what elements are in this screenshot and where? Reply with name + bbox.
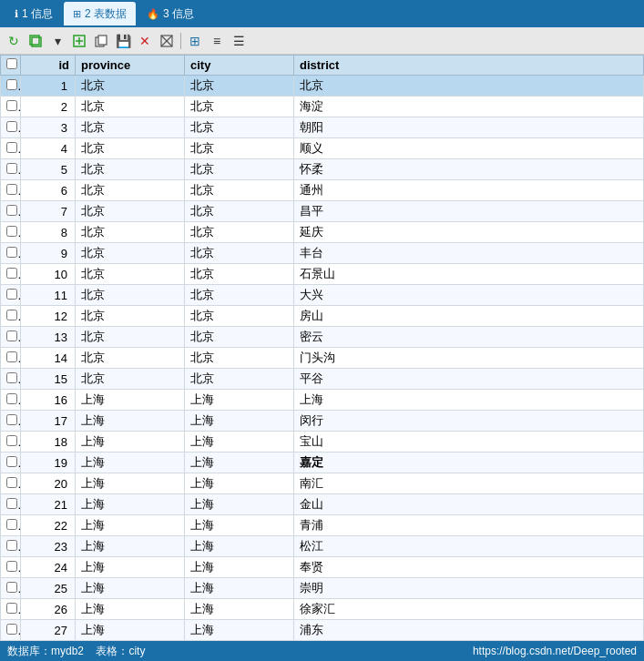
row-checkbox-cell[interactable] xyxy=(1,411,21,432)
row-checkbox-cell[interactable] xyxy=(1,306,21,327)
row-checkbox-cell[interactable] xyxy=(1,97,21,117)
table-row[interactable]: 8北京北京延庆 xyxy=(1,222,644,243)
row-checkbox-cell[interactable] xyxy=(1,243,21,264)
table-row[interactable]: 19上海上海嘉定 xyxy=(1,453,644,473)
tab-info1[interactable]: ℹ 1 信息 xyxy=(5,2,62,25)
row-checkbox-cell[interactable] xyxy=(1,557,21,578)
header-checkbox-col[interactable] xyxy=(1,56,21,76)
table-row[interactable]: 11北京北京大兴 xyxy=(1,285,644,306)
row-checkbox-cell[interactable] xyxy=(1,264,21,285)
table-row[interactable]: 10北京北京石景山 xyxy=(1,264,644,285)
row-checkbox-cell[interactable] xyxy=(1,117,21,138)
row-checkbox-cell[interactable] xyxy=(1,578,21,599)
row-checkbox[interactable] xyxy=(6,498,17,509)
table-row[interactable]: 4北京北京顺义 xyxy=(1,138,644,159)
header-province[interactable]: province xyxy=(76,56,185,76)
row-checkbox[interactable] xyxy=(6,519,17,530)
row-checkbox[interactable] xyxy=(6,393,17,404)
table-row[interactable]: 15北京北京平谷 xyxy=(1,369,644,390)
row-checkbox[interactable] xyxy=(6,372,17,383)
table-row[interactable]: 18上海上海宝山 xyxy=(1,432,644,453)
table-row[interactable]: 13北京北京密云 xyxy=(1,327,644,348)
row-checkbox[interactable] xyxy=(6,310,17,320)
row-checkbox[interactable] xyxy=(6,561,17,572)
table-row[interactable]: 9北京北京丰台 xyxy=(1,243,644,264)
row-checkbox[interactable] xyxy=(6,289,17,300)
save-button[interactable]: 💾 xyxy=(113,31,133,51)
row-checkbox[interactable] xyxy=(6,540,17,551)
table-row[interactable]: 17上海上海闵行 xyxy=(1,411,644,432)
row-checkbox-cell[interactable] xyxy=(1,453,21,473)
row-checkbox-cell[interactable] xyxy=(1,348,21,369)
row-checkbox-cell[interactable] xyxy=(1,473,21,494)
header-district[interactable]: district xyxy=(294,56,644,76)
refresh-button[interactable]: ↻ xyxy=(4,31,24,51)
row-checkbox-cell[interactable] xyxy=(1,327,21,348)
row-checkbox[interactable] xyxy=(6,624,17,635)
table-row[interactable]: 2北京北京海淀 xyxy=(1,97,644,117)
row-checkbox[interactable] xyxy=(6,435,17,446)
row-checkbox-cell[interactable] xyxy=(1,620,21,641)
header-id[interactable]: id xyxy=(21,56,76,76)
table-row[interactable]: 25上海上海崇明 xyxy=(1,578,644,599)
row-checkbox-cell[interactable] xyxy=(1,180,21,201)
row-checkbox-cell[interactable] xyxy=(1,76,21,97)
row-checkbox[interactable] xyxy=(6,142,17,153)
row-checkbox-cell[interactable] xyxy=(1,599,21,620)
header-city[interactable]: city xyxy=(185,56,294,76)
table-row[interactable]: 26上海上海徐家汇 xyxy=(1,599,644,620)
add-row-button[interactable] xyxy=(69,31,89,51)
row-checkbox-cell[interactable] xyxy=(1,494,21,515)
clear-button[interactable] xyxy=(157,31,177,51)
table-container[interactable]: id province city district 1北京北京北京2北京北京海淀… xyxy=(0,55,644,641)
table-row[interactable]: 23上海上海松江 xyxy=(1,536,644,557)
row-checkbox[interactable] xyxy=(6,79,17,90)
table-row[interactable]: 21上海上海金山 xyxy=(1,494,644,515)
row-checkbox-cell[interactable] xyxy=(1,201,21,222)
table-row[interactable]: 24上海上海奉贤 xyxy=(1,557,644,578)
row-checkbox[interactable] xyxy=(6,121,17,132)
tab-info3[interactable]: 🔥 3 信息 xyxy=(138,2,203,25)
export-button[interactable] xyxy=(26,31,46,51)
row-checkbox[interactable] xyxy=(6,100,17,111)
table-row[interactable]: 20上海上海南汇 xyxy=(1,473,644,494)
list-view-button[interactable]: ☰ xyxy=(229,31,249,51)
row-checkbox-cell[interactable] xyxy=(1,536,21,557)
row-checkbox[interactable] xyxy=(6,414,17,425)
dropdown-arrow-button[interactable]: ▾ xyxy=(47,31,67,51)
table-row[interactable]: 16上海上海上海 xyxy=(1,390,644,411)
row-checkbox[interactable] xyxy=(6,184,17,195)
row-checkbox[interactable] xyxy=(6,351,17,362)
row-checkbox[interactable] xyxy=(6,205,17,216)
table-row[interactable]: 14北京北京门头沟 xyxy=(1,348,644,369)
row-checkbox[interactable] xyxy=(6,456,17,467)
table-row[interactable]: 5北京北京怀柔 xyxy=(1,159,644,180)
row-checkbox[interactable] xyxy=(6,330,17,341)
row-checkbox-cell[interactable] xyxy=(1,432,21,453)
row-checkbox[interactable] xyxy=(6,226,17,237)
table-row[interactable]: 3北京北京朝阳 xyxy=(1,117,644,138)
row-checkbox[interactable] xyxy=(6,477,17,488)
row-checkbox[interactable] xyxy=(6,582,17,593)
text-view-button[interactable]: ≡ xyxy=(207,31,227,51)
row-checkbox[interactable] xyxy=(6,247,17,258)
row-checkbox-cell[interactable] xyxy=(1,285,21,306)
table-row[interactable]: 27上海上海浦东 xyxy=(1,620,644,641)
copy-button[interactable] xyxy=(91,31,111,51)
row-checkbox[interactable] xyxy=(6,603,17,614)
tab-tabledata[interactable]: ⊞ 2 表数据 xyxy=(64,2,136,25)
table-row[interactable]: 1北京北京北京 xyxy=(1,76,644,97)
table-row[interactable]: 6北京北京通州 xyxy=(1,180,644,201)
row-checkbox-cell[interactable] xyxy=(1,369,21,390)
table-row[interactable]: 12北京北京房山 xyxy=(1,306,644,327)
row-checkbox-cell[interactable] xyxy=(1,159,21,180)
table-row[interactable]: 7北京北京昌平 xyxy=(1,201,644,222)
row-checkbox-cell[interactable] xyxy=(1,390,21,411)
delete-button[interactable]: ✕ xyxy=(135,31,155,51)
row-checkbox[interactable] xyxy=(6,163,17,174)
row-checkbox-cell[interactable] xyxy=(1,515,21,536)
select-all-checkbox[interactable] xyxy=(6,58,17,69)
row-checkbox[interactable] xyxy=(6,268,17,279)
row-checkbox-cell[interactable] xyxy=(1,138,21,159)
row-checkbox-cell[interactable] xyxy=(1,222,21,243)
